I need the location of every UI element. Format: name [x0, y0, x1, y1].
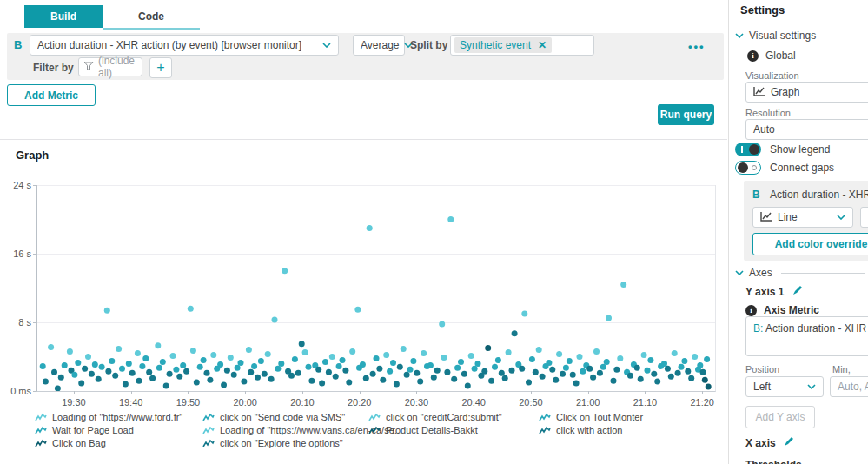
add-color-override-button[interactable]: Add color override — [752, 233, 868, 255]
data-point[interactable] — [55, 386, 61, 392]
legend-item[interactable]: Loading of "https://www.ford.fr" — [35, 412, 182, 423]
data-point[interactable] — [620, 282, 626, 288]
axis-metric-box[interactable]: B: Action duration - XHR act — [745, 316, 868, 356]
edit-pencil-icon[interactable] — [784, 436, 794, 449]
data-point[interactable] — [40, 363, 46, 369]
data-point[interactable] — [96, 376, 102, 382]
add-y-axis-button[interactable]: Add Y axis — [745, 406, 815, 428]
data-point[interactable] — [322, 359, 328, 365]
data-point[interactable] — [302, 349, 308, 355]
more-options-button[interactable]: ••• — [688, 40, 706, 53]
data-point[interactable] — [308, 378, 315, 384]
legend-item[interactable]: Click on Bag — [35, 438, 182, 449]
data-point[interactable] — [492, 364, 498, 370]
data-point[interactable] — [149, 375, 156, 381]
data-point[interactable] — [627, 373, 633, 379]
legend-item[interactable]: click on "creditCard:submit" — [368, 412, 502, 423]
data-point[interactable] — [485, 345, 491, 351]
data-point[interactable] — [679, 364, 685, 370]
data-point[interactable] — [75, 360, 81, 366]
data-point[interactable] — [668, 374, 674, 380]
data-point[interactable] — [306, 364, 312, 370]
data-point[interactable] — [221, 382, 227, 388]
data-point[interactable] — [136, 378, 142, 384]
data-point[interactable] — [521, 311, 527, 317]
data-point[interactable] — [665, 366, 671, 372]
scatter-chart[interactable] — [36, 185, 716, 392]
data-point[interactable] — [326, 369, 332, 375]
aggregation-select[interactable]: Average — [353, 35, 405, 56]
run-query-button[interactable]: Run query — [658, 104, 714, 125]
data-point[interactable] — [546, 360, 552, 366]
data-point[interactable] — [62, 362, 68, 368]
data-point[interactable] — [427, 362, 434, 368]
data-point[interactable] — [519, 366, 525, 372]
data-point[interactable] — [593, 348, 600, 355]
data-point[interactable] — [570, 372, 576, 378]
data-point[interactable] — [401, 346, 407, 352]
data-point[interactable] — [315, 367, 321, 373]
data-point[interactable] — [706, 384, 712, 390]
data-point[interactable] — [354, 307, 361, 313]
data-point[interactable] — [176, 374, 182, 380]
data-point[interactable] — [617, 355, 623, 361]
data-point[interactable] — [374, 355, 380, 361]
data-point[interactable] — [529, 356, 535, 362]
data-point[interactable] — [454, 365, 461, 371]
data-point[interactable] — [142, 355, 149, 361]
add-metric-button[interactable]: Add Metric — [7, 84, 96, 106]
data-point[interactable] — [255, 375, 261, 381]
data-point[interactable] — [526, 380, 532, 386]
data-point[interactable] — [553, 377, 559, 383]
data-point[interactable] — [104, 308, 110, 314]
data-point[interactable] — [363, 375, 369, 381]
data-point[interactable] — [685, 368, 691, 375]
data-point[interactable] — [329, 354, 335, 360]
data-point[interactable] — [481, 368, 487, 375]
data-point[interactable] — [376, 366, 382, 372]
data-point[interactable] — [407, 367, 414, 373]
data-point[interactable] — [654, 379, 660, 385]
chip-close-icon[interactable]: ✕ — [538, 39, 547, 51]
visualization-select[interactable]: Graph — [745, 82, 868, 103]
data-point[interactable] — [634, 365, 640, 371]
data-point[interactable] — [92, 361, 98, 368]
data-point[interactable] — [163, 383, 169, 389]
data-point[interactable] — [201, 357, 207, 363]
data-point[interactable] — [604, 359, 610, 365]
data-point[interactable] — [697, 362, 703, 368]
data-point[interactable] — [567, 358, 573, 364]
data-point[interactable] — [246, 347, 252, 353]
data-point[interactable] — [278, 361, 284, 367]
position-select[interactable]: Left — [745, 376, 824, 397]
data-point[interactable] — [78, 381, 84, 387]
data-point[interactable] — [611, 378, 617, 384]
data-point[interactable] — [282, 268, 288, 274]
series-type-select[interactable]: Line — [752, 207, 853, 228]
data-point[interactable] — [488, 378, 494, 384]
data-point[interactable] — [404, 372, 410, 378]
data-point[interactable] — [461, 371, 467, 377]
resolution-select[interactable]: Auto — [745, 119, 868, 140]
data-point[interactable] — [447, 216, 454, 222]
data-point[interactable] — [346, 380, 352, 386]
connect-gaps-toggle[interactable] — [735, 161, 761, 175]
data-point[interactable] — [155, 342, 161, 348]
data-point[interactable] — [383, 352, 389, 358]
data-point[interactable] — [188, 306, 194, 312]
data-point[interactable] — [183, 368, 189, 375]
data-point[interactable] — [207, 377, 213, 383]
data-point[interactable] — [370, 371, 376, 377]
data-point[interactable] — [441, 355, 447, 361]
data-point[interactable] — [360, 361, 366, 368]
show-legend-toggle[interactable] — [735, 143, 761, 156]
data-point[interactable] — [342, 368, 348, 374]
legend-item[interactable]: click with action — [539, 425, 643, 436]
data-point[interactable] — [170, 353, 176, 359]
data-point[interactable] — [439, 321, 445, 328]
data-point[interactable] — [109, 358, 115, 364]
data-point[interactable] — [556, 351, 562, 357]
data-point[interactable] — [700, 369, 706, 375]
data-point[interactable] — [560, 371, 566, 377]
data-point[interactable] — [71, 372, 77, 378]
